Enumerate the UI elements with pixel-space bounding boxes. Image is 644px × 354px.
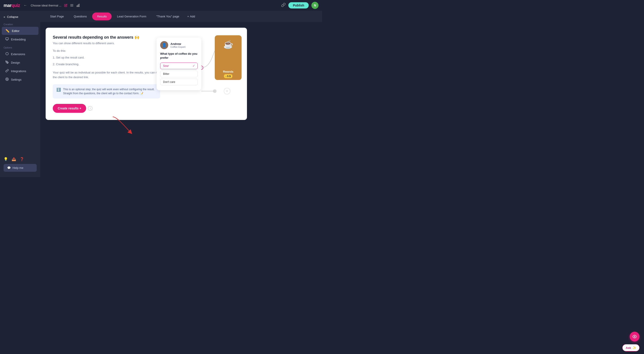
svg-point-14 bbox=[224, 88, 230, 94]
user-avatar[interactable]: N bbox=[311, 2, 318, 9]
svg-rect-6 bbox=[6, 38, 8, 40]
info-icon: ℹ️ bbox=[56, 88, 61, 92]
results-card: Several results depending on the answers… bbox=[46, 28, 247, 120]
sidebar-item-editor[interactable]: ✏️ Editor bbox=[2, 27, 38, 35]
info-box-text: This is an optional step; the quiz will … bbox=[63, 87, 156, 95]
breadcrumb-title: Choose ideal thermal ... bbox=[31, 4, 61, 7]
edit-title-button[interactable] bbox=[64, 4, 67, 7]
main-layout: « Collapse Creation ✏️ Editor Embedding … bbox=[0, 11, 322, 177]
card-title: Several results depending on the answers… bbox=[53, 35, 169, 40]
logo: marquiz bbox=[4, 3, 20, 8]
quiz-option-dont-care[interactable]: Don't care bbox=[160, 79, 198, 85]
tab-lead-gen[interactable]: Lead Generation Form bbox=[112, 13, 151, 20]
sidebar-collapse-button[interactable]: « Collapse bbox=[0, 13, 40, 20]
svg-rect-4 bbox=[78, 5, 78, 7]
sidebar-item-design[interactable]: Design bbox=[2, 58, 38, 67]
step-1: 1. Set up the result card. bbox=[53, 55, 169, 60]
tab-thank-you[interactable]: "Thank You" page bbox=[152, 13, 184, 20]
options-section-label: Options bbox=[0, 43, 40, 50]
sidebar-item-integrations[interactable]: Integrations bbox=[2, 67, 38, 75]
chevrons-left-icon: « bbox=[4, 15, 5, 18]
card-subtitle: You can show different results to differ… bbox=[53, 41, 169, 45]
sidebar-bottom-icons: 💡 📤 ❓ bbox=[4, 157, 37, 161]
quiz-card: 👤 Andrew Coffee Expert What type of coff… bbox=[156, 37, 201, 90]
settings-icon bbox=[5, 77, 9, 82]
edit-icon: ✏️ bbox=[5, 29, 10, 33]
sidebar-item-embedding[interactable]: Embedding bbox=[2, 35, 38, 43]
step-2: 2. Create branching. bbox=[53, 62, 169, 67]
extensions-icon bbox=[5, 52, 9, 56]
tab-results[interactable]: Results bbox=[92, 12, 112, 20]
product-card: ☕ Rwanda - 5 $ bbox=[215, 35, 242, 80]
tab-start-page[interactable]: Start Page bbox=[46, 13, 68, 20]
content-area: Start Page Questions Results Lead Genera… bbox=[40, 11, 322, 177]
share-link-button[interactable] bbox=[281, 3, 286, 8]
help-emoji: 💬 bbox=[7, 166, 11, 170]
steps-intro: To do this: bbox=[53, 48, 169, 53]
svg-point-12 bbox=[213, 89, 216, 93]
svg-point-9 bbox=[7, 62, 8, 62]
expert-role: Coffee Expert bbox=[170, 46, 186, 48]
help-icon[interactable]: ❓ bbox=[20, 157, 24, 161]
product-name: Rwanda bbox=[223, 70, 233, 73]
sidebar-bottom: 💡 📤 ❓ 💬 Help me bbox=[0, 154, 40, 175]
quiz-option-sour[interactable]: Sour ✓ bbox=[160, 62, 198, 69]
expert-avatar: 👤 bbox=[160, 41, 168, 49]
main-content: Several results depending on the answers… bbox=[40, 22, 322, 177]
plus-icon: + bbox=[187, 15, 189, 18]
sidebar: « Collapse Creation ✏️ Editor Embedding … bbox=[0, 11, 40, 177]
integrations-icon bbox=[5, 69, 9, 73]
info-box: ℹ️ This is an optional step; the quiz wi… bbox=[53, 84, 160, 99]
back-button[interactable]: ← bbox=[22, 2, 28, 8]
quiz-question: What type of coffee do you prefer bbox=[160, 52, 198, 60]
arrow-annotation bbox=[99, 115, 135, 138]
sidebar-item-settings[interactable]: Settings bbox=[2, 75, 38, 84]
svg-point-10 bbox=[7, 79, 8, 80]
product-image: ☕ bbox=[223, 40, 233, 49]
svg-text:+: + bbox=[226, 89, 228, 93]
svg-rect-3 bbox=[77, 5, 78, 7]
creation-section-label: Creation bbox=[0, 20, 40, 26]
svg-rect-5 bbox=[79, 4, 80, 7]
design-icon bbox=[5, 60, 9, 65]
upload-icon[interactable]: 📤 bbox=[12, 157, 16, 161]
list-view-button[interactable] bbox=[70, 3, 74, 7]
embedding-icon bbox=[5, 37, 9, 41]
create-results-button[interactable]: Create results + bbox=[53, 104, 86, 113]
tab-questions[interactable]: Questions bbox=[69, 13, 91, 20]
help-button[interactable]: 💬 Help me bbox=[4, 164, 37, 172]
top-nav: marquiz ← Choose ideal thermal ... Publi… bbox=[0, 0, 322, 11]
tabs-bar: Start Page Questions Results Lead Genera… bbox=[40, 11, 322, 22]
create-results-info-icon[interactable]: i bbox=[88, 106, 92, 111]
quiz-card-header: 👤 Andrew Coffee Expert bbox=[160, 41, 198, 49]
product-discount: - 5 $ bbox=[224, 74, 232, 78]
card-description: Your quiz will be as individual as possi… bbox=[53, 70, 169, 80]
tab-add[interactable]: + Add bbox=[184, 13, 198, 20]
analytics-button[interactable] bbox=[76, 3, 80, 7]
expert-name: Andrew bbox=[170, 42, 186, 46]
publish-button[interactable]: Publish bbox=[288, 2, 309, 8]
nav-right: Publish N bbox=[281, 2, 318, 9]
lightbulb-icon[interactable]: 💡 bbox=[4, 157, 8, 161]
check-icon: ✓ bbox=[192, 64, 195, 67]
demo-illustration: + 👤 Andrew Coffee Expert What type of co… bbox=[156, 33, 242, 105]
sidebar-item-extensions[interactable]: Extensions bbox=[2, 50, 38, 58]
quiz-option-bitter[interactable]: Bitter bbox=[160, 71, 198, 77]
